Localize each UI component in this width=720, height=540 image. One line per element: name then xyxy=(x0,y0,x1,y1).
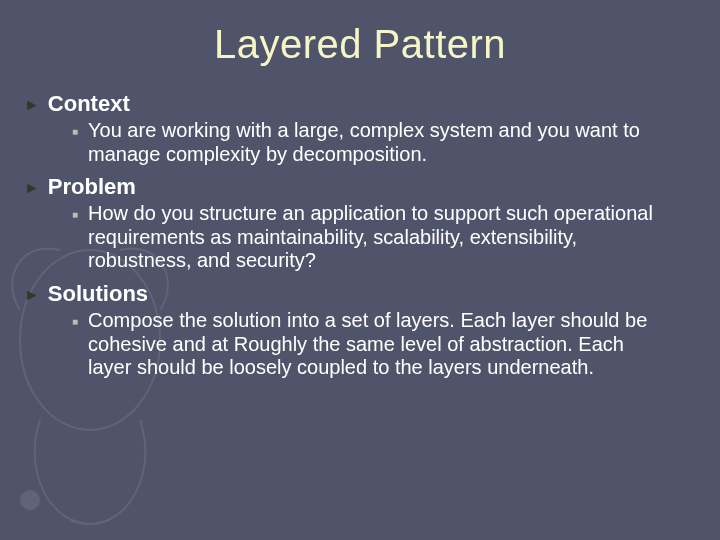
list-item: ■ How do you structure an application to… xyxy=(24,202,696,273)
section-solutions: ► Solutions xyxy=(24,281,696,307)
slide-content: ► Context ■ You are working with a large… xyxy=(0,91,720,380)
section-label: Problem xyxy=(48,174,136,200)
square-bullet-icon: ■ xyxy=(72,127,78,137)
list-item-text: How do you structure an application to s… xyxy=(88,202,660,273)
list-item-text: Compose the solution into a set of layer… xyxy=(88,309,660,380)
triangle-bullet-icon: ► xyxy=(24,180,40,196)
square-bullet-icon: ■ xyxy=(72,317,78,327)
list-item: ■ You are working with a large, complex … xyxy=(24,119,696,166)
section-problem: ► Problem xyxy=(24,174,696,200)
section-label: Context xyxy=(48,91,130,117)
triangle-bullet-icon: ► xyxy=(24,287,40,303)
section-context: ► Context xyxy=(24,91,696,117)
slide-title: Layered Pattern xyxy=(0,22,720,67)
square-bullet-icon: ■ xyxy=(72,210,78,220)
list-item: ■ Compose the solution into a set of lay… xyxy=(24,309,696,380)
section-label: Solutions xyxy=(48,281,148,307)
list-item-text: You are working with a large, complex sy… xyxy=(88,119,660,166)
svg-point-1 xyxy=(20,490,40,510)
triangle-bullet-icon: ► xyxy=(24,97,40,113)
